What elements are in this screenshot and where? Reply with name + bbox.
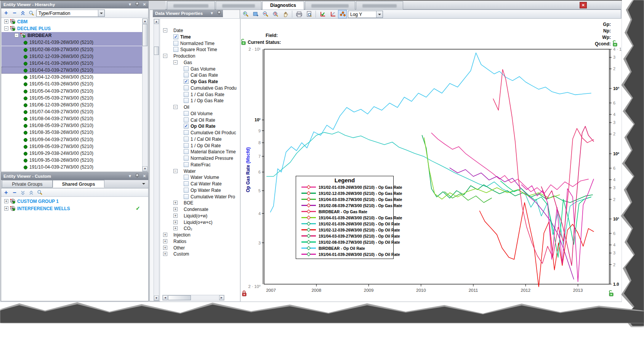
tree-item[interactable]: 191/08-05-039-27W3/00 (5210)	[2, 122, 143, 129]
tree-item[interactable]: 191/09-04-039-27W3/00 (5210)	[2, 136, 143, 143]
tree-property[interactable]: Cal Oil Rate	[162, 117, 240, 123]
add-button[interactable]: +	[3, 189, 10, 196]
unlock-icon[interactable]	[612, 40, 618, 47]
tree-property[interactable]: Op Water Rate	[162, 187, 240, 193]
expand-toggle[interactable]: +	[173, 214, 178, 218]
tree-item[interactable]: 191/05-04-039-27W3/00 (5210)	[2, 88, 143, 95]
property-checkbox[interactable]	[184, 117, 189, 122]
tab-shared-groups[interactable]: Shared Groups	[53, 180, 104, 188]
expand-toggle[interactable]: +	[173, 220, 178, 224]
tab-redacted-4[interactable]	[356, 1, 403, 10]
tree-property[interactable]: 1 / Cal Gas Rate	[162, 92, 240, 98]
tree-property[interactable]: ✓Time	[162, 34, 240, 40]
legend-entry[interactable]: BIRDBEAR - Op Gas Rate	[296, 209, 393, 215]
property-checkbox[interactable]	[184, 175, 189, 180]
zoom-out-button[interactable]	[261, 10, 270, 18]
tree-property[interactable]: 1 / Op Gas Rate	[162, 98, 240, 104]
property-checkbox[interactable]: ✓	[184, 79, 189, 84]
pin-icon[interactable]	[135, 2, 140, 7]
tree-item[interactable]: 191/02-08-039-27W3/00 (5210)	[2, 46, 143, 53]
scroll-up-button[interactable]: ▲	[154, 19, 159, 24]
tree-property[interactable]: Cumulative Oil Produc	[162, 130, 240, 136]
expand-toggle[interactable]: +	[173, 201, 178, 205]
type-formation-select[interactable]: Type/Formation	[36, 10, 105, 17]
legend-entry[interactable]: 191/02-12-039-26W3/00 (5210) - Op Oil Ra…	[296, 227, 393, 233]
expand-toggle[interactable]: +	[4, 199, 8, 203]
tree-item[interactable]: 191/04-12-039-26W3/00 (5210)	[2, 74, 143, 80]
property-checkbox[interactable]	[184, 92, 189, 97]
tree-item[interactable]: 191/08-35-038-26W3/00 (5210)	[2, 129, 143, 136]
property-checkbox[interactable]	[184, 72, 189, 77]
expand-toggle[interactable]: +	[173, 207, 178, 211]
tree-property[interactable]: Normalized Time	[162, 40, 240, 47]
search-button[interactable]	[28, 10, 35, 16]
unlock-icon[interactable]	[609, 290, 614, 296]
tree-item[interactable]: 191/09-05-039-27W3/00 (5210)	[2, 143, 143, 150]
legend-entry[interactable]: 191/04-03-039-27W3/00 (5210) - Op Oil Ra…	[296, 233, 393, 239]
panel-titlebar[interactable]: Entity Viewer - Hierarchy ▼ ✕	[1, 1, 148, 8]
expand-toggle[interactable]: −	[173, 169, 178, 173]
unlock-icon[interactable]	[241, 39, 246, 45]
remove-button[interactable]: −	[11, 10, 18, 16]
chevron-down-icon[interactable]: ▼	[209, 11, 215, 16]
close-icon[interactable]: ✕	[142, 174, 147, 179]
close-icon[interactable]: ✕	[142, 2, 147, 7]
property-checkbox[interactable]	[184, 149, 189, 154]
chevron-down-icon[interactable]: ▼	[127, 2, 133, 7]
chart-legend[interactable]: Legend 191/02-01-039-26W3/00 (5210) - Op…	[296, 176, 394, 259]
series-nodes-button[interactable]	[338, 10, 347, 18]
tree-category[interactable]: +Condensate	[162, 206, 240, 212]
tree-item[interactable]: 191/09-35-038-26W3/00 (5210)	[2, 157, 143, 164]
zoom-in-button[interactable]: +	[241, 10, 250, 18]
tab-diagnostics[interactable]: Diagnostics	[262, 1, 304, 10]
dropdown-button[interactable]	[98, 10, 104, 16]
tree-property[interactable]: 1 / Op Oil Rate	[162, 143, 240, 149]
pin-icon[interactable]	[216, 11, 222, 16]
zoom-reset-button[interactable]	[271, 10, 280, 18]
tree-category[interactable]: +Liquid(o+w)	[162, 213, 240, 219]
scroll-right-button[interactable]: ►	[219, 295, 224, 300]
expand-toggle[interactable]: −	[14, 33, 19, 37]
tree-property[interactable]: 1 / Cal Oil Rate	[162, 136, 240, 142]
zoom-window-button[interactable]: +	[251, 10, 260, 18]
apply-axes-button[interactable]	[318, 10, 327, 18]
tree-property[interactable]: Oil Volume	[162, 111, 240, 117]
tree-property[interactable]: Normalized Pressure	[162, 155, 240, 161]
legend-entry[interactable]: 191/02-12-039-26W3/00 (5210) - Op Gas Ra…	[296, 190, 393, 196]
close-button[interactable]: ✕	[580, 2, 587, 8]
tree-item[interactable]: +*INTERFERENCE WELLS✓	[2, 205, 143, 212]
tree-item[interactable]: 191/07-04-039-27W3/00 (5210)	[2, 108, 143, 115]
tree-property[interactable]: Cal Gas Rate	[162, 72, 240, 78]
tree-category[interactable]: +Custom	[162, 251, 240, 257]
tab-redacted-1[interactable]	[167, 1, 215, 10]
tree-item[interactable]: 191/02-01-039-26W3/00 (5210)	[2, 39, 143, 46]
expand-toggle[interactable]: +	[163, 246, 167, 250]
expand-all-button[interactable]	[19, 189, 26, 196]
tree-category[interactable]: −Water	[162, 168, 240, 174]
scroll-left-button[interactable]: ◄	[163, 295, 168, 300]
tree-category[interactable]: +Injection	[162, 232, 240, 238]
expand-toggle[interactable]: +	[163, 252, 167, 256]
property-checkbox[interactable]	[184, 181, 189, 186]
property-checkbox[interactable]	[184, 156, 189, 161]
property-checkbox[interactable]	[184, 130, 189, 135]
pan-button[interactable]	[281, 10, 290, 18]
tree-item[interactable]: +*CBM	[2, 18, 143, 25]
tree-category[interactable]: −Date	[162, 27, 240, 34]
hierarchy-scrollbar[interactable]: ▲ ▼	[142, 18, 148, 172]
scroll-down-button[interactable]: ▼	[143, 166, 147, 171]
pin-icon[interactable]	[135, 174, 140, 179]
property-checkbox[interactable]	[184, 111, 189, 116]
tree-property[interactable]: Cumulative Water Pro	[162, 194, 240, 200]
legend-entry[interactable]: 191/02-08-039-27W3/00 (5210) - Op Gas Ra…	[296, 203, 393, 209]
print-preview-button[interactable]	[304, 10, 313, 18]
tree-item[interactable]: 191/08-04-039-27W3/00 (5210)	[2, 115, 143, 122]
legend-entry[interactable]: BIRDBEAR - Op Oil Rate	[296, 245, 393, 251]
tab-private-groups[interactable]: Private Groups	[2, 180, 53, 188]
expand-toggle[interactable]: −	[163, 54, 167, 58]
panel-titlebar[interactable]: Data Viewer Properties ▼	[153, 10, 223, 17]
property-checkbox[interactable]	[173, 41, 178, 46]
expand-toggle[interactable]: +	[163, 239, 167, 243]
scroll-thumb[interactable]	[154, 47, 159, 55]
tab-overflow-button[interactable]	[142, 183, 145, 185]
